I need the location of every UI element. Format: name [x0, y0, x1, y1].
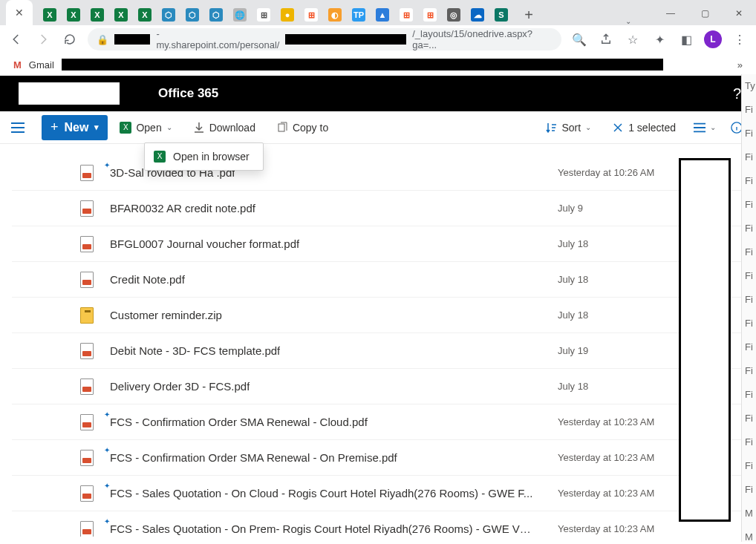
file-name[interactable]: Credit Note.pdf	[110, 273, 185, 286]
tab-favicon-row: XXXXX⬡⬡⬡🌐⊞●⊞◐TP▲⊞⊞◎☁S	[33, 4, 518, 25]
open-button[interactable]: X Open ⌄	[111, 115, 180, 140]
file-row[interactable]: ✦FCS - Confirmation Order SMA Renewal - …	[12, 440, 750, 476]
nav-back-button[interactable]	[7, 30, 25, 48]
background-tab-favicon[interactable]: X	[138, 8, 151, 22]
new-badge-icon: ✦	[104, 517, 110, 525]
address-bar[interactable]: 🔒 -my.sharepoint.com/personal/ /_layouts…	[88, 28, 561, 50]
background-tab-favicon[interactable]: 🌐	[233, 8, 247, 22]
background-row-fragment: M	[742, 502, 756, 525]
file-row[interactable]: ✦3D-Sal rovided to Ha .pdfYesterday at 1…	[12, 155, 750, 191]
bookmarks-bar: M Gmail »	[0, 53, 756, 76]
bookmark-star-icon[interactable]: ☆	[624, 30, 642, 48]
file-name[interactable]: FCS - Sales Quotation - On Prem- Rogis C…	[110, 522, 533, 535]
background-tab-favicon[interactable]: X	[67, 8, 80, 22]
background-tab-favicon[interactable]: ⬡	[162, 8, 175, 22]
background-row-fragment: Fi	[742, 454, 756, 478]
file-row[interactable]: Delivery Order 3D - FCS.pdfJuly 18	[12, 369, 750, 404]
window-close-button[interactable]: ✕	[722, 1, 756, 25]
file-row[interactable]: BFGL0007 Journal voucher format.pdfJuly …	[12, 226, 750, 262]
file-row[interactable]: BFAR0032 AR credit note.pdfJuly 9	[12, 191, 750, 226]
background-tab-favicon[interactable]: ▲	[376, 8, 389, 22]
copy-icon	[276, 122, 288, 134]
file-name[interactable]: FCS - Confirmation Order SMA Renewal - O…	[110, 451, 397, 464]
background-tab-favicon[interactable]: X	[43, 8, 56, 22]
side-panel-icon[interactable]: ◧	[677, 30, 695, 48]
background-tab-favicon[interactable]: ⬡	[186, 8, 199, 22]
background-tab-favicon[interactable]: TP	[352, 8, 365, 22]
open-in-browser-label: Open in browser	[173, 151, 250, 163]
background-row-fragment: Fi	[742, 478, 756, 502]
background-tab-favicon[interactable]: ⊞	[304, 8, 318, 22]
svg-rect-0	[278, 124, 284, 131]
background-tab-favicon[interactable]: X	[114, 8, 128, 22]
file-name[interactable]: Customer reminder.zip	[110, 309, 222, 321]
file-row[interactable]: ✦FCS - Confirmation Order SMA Renewal - …	[12, 404, 750, 440]
background-tab-favicon[interactable]: X	[91, 8, 104, 22]
file-row[interactable]: Debit Note - 3D- FCS template.pdfJuly 19	[12, 333, 750, 369]
window-maximize-button[interactable]: ▢	[688, 1, 722, 25]
file-name[interactable]: FCS - Sales Quotation - On Cloud - Rogis…	[110, 487, 532, 499]
open-in-browser-item[interactable]: X Open in browser	[145, 143, 263, 170]
background-row-fragment: Fi	[742, 122, 756, 145]
chevron-down-icon: ⌄	[710, 123, 716, 131]
file-name[interactable]: FCS - Confirmation Order SMA Renewal - C…	[110, 416, 368, 428]
file-row[interactable]: Credit Note.pdfJuly 18	[12, 262, 750, 298]
background-tab-favicon[interactable]: ☁	[471, 8, 484, 22]
active-tab[interactable]: ✕	[6, 0, 33, 25]
download-button[interactable]: Download	[184, 115, 264, 140]
nav-hamburger-button[interactable]	[0, 111, 36, 144]
tabs-overflow-icon[interactable]: ⌄	[603, 17, 654, 25]
file-modified: July 18	[558, 274, 588, 285]
background-tab-favicon[interactable]: ◎	[447, 8, 460, 22]
file-row[interactable]: ✦FCS - Sales Quotation - On Prem- Rogis …	[12, 511, 750, 537]
bookmark-gmail[interactable]: Gmail	[29, 59, 54, 71]
pdf-icon	[80, 378, 94, 395]
clear-selection-icon[interactable]	[612, 122, 624, 134]
background-row-fragment: Fi	[742, 264, 756, 288]
background-row-fragment: Fi	[742, 359, 756, 383]
file-name[interactable]: BFGL0007 Journal voucher format.pdf	[110, 237, 299, 250]
selected-label: 1 selected	[628, 122, 676, 134]
file-row[interactable]: ✦FCS - Sales Quotation - On Cloud - Rogi…	[12, 476, 750, 511]
bookmarks-overflow-icon[interactable]: »	[737, 59, 743, 71]
zoom-icon[interactable]: 🔍	[570, 30, 588, 48]
background-tab-favicon[interactable]: ⊞	[257, 8, 270, 22]
suite-header: Office 365 ?	[0, 76, 756, 111]
background-row-fragment: Fi	[742, 430, 756, 454]
profile-avatar[interactable]: L	[704, 30, 722, 48]
background-tab-favicon[interactable]: ⊞	[400, 8, 413, 22]
background-tab-favicon[interactable]: ⊞	[423, 8, 437, 22]
sort-button[interactable]: Sort ⌄	[536, 115, 600, 140]
new-badge-icon: ✦	[104, 446, 110, 454]
file-row[interactable]: Customer reminder.zipJuly 18	[12, 298, 750, 333]
download-icon	[193, 122, 205, 134]
file-name[interactable]: BFAR0032 AR credit note.pdf	[110, 202, 255, 214]
tenant-logo-area[interactable]	[0, 81, 137, 106]
nav-forward-button[interactable]	[34, 30, 52, 48]
share-icon[interactable]	[597, 30, 615, 48]
pdf-icon	[80, 521, 94, 537]
new-tab-button[interactable]: +	[518, 4, 539, 25]
browser-menu-icon[interactable]: ⋮	[731, 30, 749, 48]
file-name[interactable]: Debit Note - 3D- FCS template.pdf	[110, 344, 280, 357]
background-tab-favicon[interactable]: ⬡	[209, 8, 223, 22]
file-modified: Yesterday at 10:23 AM	[558, 523, 654, 534]
view-options-button[interactable]: ⌄	[688, 115, 722, 140]
selected-indicator[interactable]: 1 selected	[603, 115, 685, 140]
command-bar: + New ▾ X Open ⌄ Download Copy to Sort ⌄…	[0, 111, 756, 144]
background-tab-favicon[interactable]: S	[495, 8, 508, 22]
background-row-fragment: Fi	[742, 240, 756, 264]
new-button[interactable]: + New ▾	[42, 115, 108, 140]
open-label: Open	[136, 122, 161, 134]
background-tab-favicon[interactable]: ●	[281, 8, 294, 22]
file-modified: July 18	[558, 309, 588, 321]
copyto-button[interactable]: Copy to	[267, 115, 337, 140]
background-tab-favicon[interactable]: ◐	[328, 8, 342, 22]
file-name[interactable]: Delivery Order 3D - FCS.pdf	[110, 380, 250, 393]
tab-close-icon[interactable]: ✕	[15, 7, 24, 19]
sort-icon	[545, 122, 557, 134]
url-text-1: -my.sharepoint.com/personal/	[156, 28, 279, 50]
window-minimize-button[interactable]: —	[654, 1, 688, 25]
nav-reload-button[interactable]	[61, 30, 79, 48]
extensions-icon[interactable]: ✦	[651, 30, 668, 48]
